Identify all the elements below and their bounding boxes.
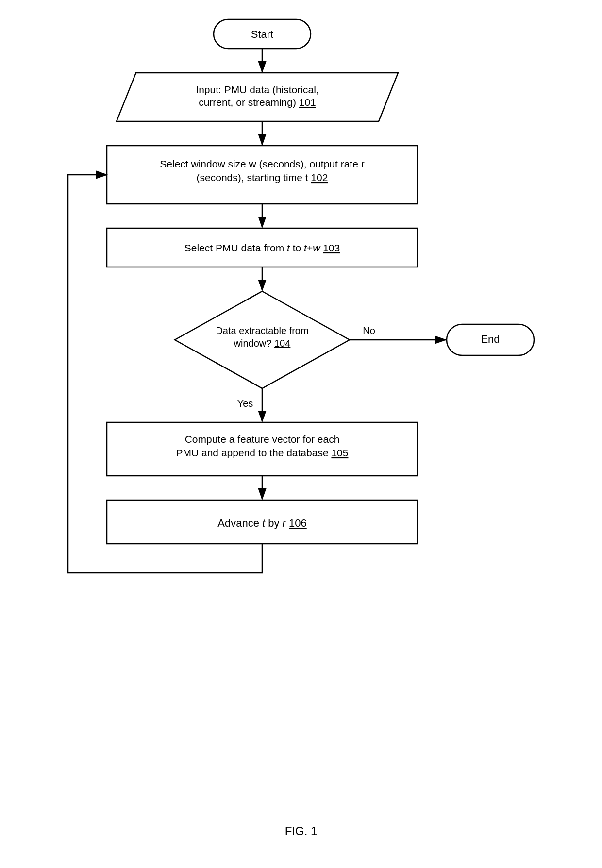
svg-text:Compute a feature vector for e: Compute a feature vector for each xyxy=(185,434,340,445)
svg-text:Input: PMU data (historical,: Input: PMU data (historical, xyxy=(196,84,318,95)
svg-text:Advance t by r 106: Advance t by r 106 xyxy=(217,517,307,529)
svg-text:(seconds), starting time t 102: (seconds), starting time t 102 xyxy=(197,172,328,183)
svg-text:PMU and append to the database: PMU and append to the database 105 xyxy=(176,447,349,458)
svg-text:End: End xyxy=(481,333,500,345)
svg-text:No: No xyxy=(363,325,375,336)
svg-text:current, or streaming) 101: current, or streaming) 101 xyxy=(199,97,316,108)
svg-text:Data extractable from: Data extractable from xyxy=(216,325,308,336)
diagram-container: Start Input: PMU data (historical, curre… xyxy=(0,0,602,868)
svg-text:Yes: Yes xyxy=(237,398,253,409)
svg-text:window? 104: window? 104 xyxy=(234,338,291,349)
svg-text:Start: Start xyxy=(251,28,273,40)
svg-text:FIG. 1: FIG. 1 xyxy=(285,824,318,837)
svg-text:Select window size w (seconds): Select window size w (seconds), output r… xyxy=(160,158,364,169)
svg-text:Select PMU data from t to t+w : Select PMU data from t to t+w 103 xyxy=(184,242,340,253)
